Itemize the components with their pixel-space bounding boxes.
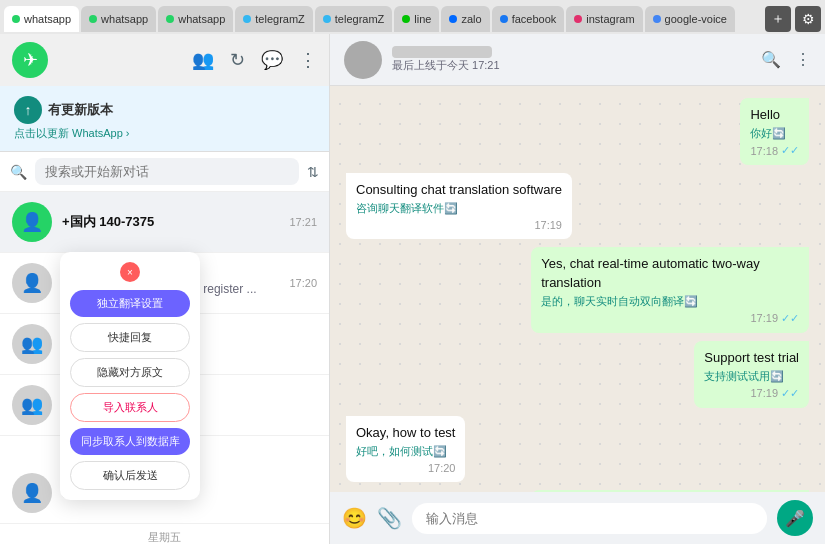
quick-reply-button[interactable]: 快捷回复 (70, 323, 190, 352)
tab-label: whatsapp (24, 13, 71, 25)
chat-name: +国内 140-7375 (62, 213, 279, 231)
message-text: Okay, how to test (356, 424, 455, 442)
chat-list: 👤 +国内 140-7375 17:21 × 独立翻译设置 快捷回复 隐藏对方原… (0, 192, 329, 544)
message-row: Hello 你好🔄 17:18 ✓✓ (346, 98, 809, 165)
update-subtitle[interactable]: 点击以更新 WhatsApp › (14, 126, 315, 141)
chat-time: 17:20 (289, 277, 317, 289)
message-row: Yes, chat real-time automatic two-way tr… (346, 247, 809, 332)
hide-original-button[interactable]: 隐藏对方原文 (70, 358, 190, 387)
chat-input-bar: 😊 📎 🎤 (330, 492, 825, 544)
chat-icon[interactable]: 💬 (261, 49, 283, 71)
message-row: Consulting chat translation software 咨询聊… (346, 173, 809, 239)
message-bubble: Support test trial 支持测试试用🔄 17:19 ✓✓ (694, 341, 809, 408)
message-bubble: Yes, chat real-time automatic two-way tr… (531, 247, 809, 332)
message-time: 17:20 (428, 462, 456, 474)
tab-facebook[interactable]: facebook (492, 6, 565, 32)
message-text: Yes, chat real-time automatic two-way tr… (541, 255, 799, 291)
chat-header-actions: 🔍 ⋮ (761, 50, 811, 69)
avatar: 👥 (12, 324, 52, 364)
message-time-row: 17:19 (356, 219, 562, 231)
message-time: 17:18 (750, 145, 778, 157)
tab-label: google-voice (665, 13, 727, 25)
search-icon: 🔍 (10, 164, 27, 180)
chat-header: 最后上线于今天 17:21 🔍 ⋮ (330, 34, 825, 86)
tab-label: telegramZ (255, 13, 305, 25)
message-text: Support test trial (704, 349, 799, 367)
attach-button[interactable]: 📎 (377, 506, 402, 530)
update-bar[interactable]: ↑ 有更新版本 点击以更新 WhatsApp › (0, 86, 329, 152)
message-translated: 是的，聊天实时自动双向翻译🔄 (541, 294, 799, 309)
message-row: Support test trial 支持测试试用🔄 17:19 ✓✓ (346, 341, 809, 408)
message-bubble: Okay, how to test 好吧，如何测试🔄 17:20 (346, 416, 465, 482)
message-row: Okay, how to test 好吧，如何测试🔄 17:20 (346, 416, 809, 482)
tab-line[interactable]: line (394, 6, 439, 32)
import-contacts-button[interactable]: 导入联系人 (70, 393, 190, 422)
context-menu-close-button[interactable]: × (120, 262, 140, 282)
search-bar: 🔍 ⇅ (0, 152, 329, 192)
message-time: 17:19 (750, 387, 778, 399)
update-icon: ↑ (14, 96, 42, 124)
translate-settings-button[interactable]: 独立翻译设置 (70, 290, 190, 317)
more-icon[interactable]: ⋮ (299, 49, 317, 71)
messages-area: Hello 你好🔄 17:18 ✓✓ Consulting chat trans… (330, 86, 825, 492)
mic-button[interactable]: 🎤 (777, 500, 813, 536)
message-translated: 咨询聊天翻译软件🔄 (356, 201, 562, 216)
tab-label: line (414, 13, 431, 25)
add-tab-button[interactable]: ＋ (765, 6, 791, 32)
filter-icon[interactable]: ⇅ (307, 164, 319, 180)
sync-contacts-button[interactable]: 同步取系人到数据库 (70, 428, 190, 455)
tab-telegramz-1[interactable]: telegramZ (235, 6, 313, 32)
message-translated: 好吧，如何测试🔄 (356, 444, 455, 459)
tab-label: facebook (512, 13, 557, 25)
message-translated: 支持测试试用🔄 (704, 369, 799, 384)
contact-avatar (344, 41, 382, 79)
message-bubble: Download software on the official websit… (531, 490, 809, 492)
sidebar-header-icons: 👥 ↻ 💬 ⋮ (192, 49, 317, 71)
message-bubble: Hello 你好🔄 17:18 ✓✓ (740, 98, 809, 165)
tab-bar-actions: ＋ ⚙ (765, 6, 821, 32)
message-time: 17:19 (534, 219, 562, 231)
settings-button[interactable]: ⚙ (795, 6, 821, 32)
message-ticks: ✓✓ (781, 387, 799, 400)
search-icon[interactable]: 🔍 (761, 50, 781, 69)
search-input[interactable] (35, 158, 299, 185)
community-icon[interactable]: 👥 (192, 49, 214, 71)
tab-instagram[interactable]: instagram (566, 6, 642, 32)
avatar: 👤 (12, 473, 52, 513)
context-menu: × 独立翻译设置 快捷回复 隐藏对方原文 导入联系人 同步取系人到数据库 确认后… (60, 252, 200, 500)
tab-zalo[interactable]: zalo (441, 6, 489, 32)
message-text: Consulting chat translation software (356, 181, 562, 199)
confirm-send-button[interactable]: 确认后发送 (70, 461, 190, 490)
tab-label: zalo (461, 13, 481, 25)
chat-info: +国内 140-7375 (62, 213, 279, 231)
message-ticks: ✓✓ (781, 312, 799, 325)
tab-whatsapp-2[interactable]: whatsapp (81, 6, 156, 32)
more-icon[interactable]: ⋮ (795, 50, 811, 69)
tab-whatsapp-1[interactable]: whatsapp (4, 6, 79, 32)
message-time-row: 17:19 ✓✓ (704, 387, 799, 400)
tab-telegramz-2[interactable]: telegramZ (315, 6, 393, 32)
avatar: 👤 (12, 202, 52, 242)
tab-label: instagram (586, 13, 634, 25)
message-translated: 你好🔄 (750, 126, 799, 141)
date-divider: 星期五 (0, 524, 329, 544)
emoji-button[interactable]: 😊 (342, 506, 367, 530)
contact-status: 最后上线于今天 17:21 (392, 58, 751, 73)
message-input[interactable] (412, 503, 767, 534)
message-ticks: ✓✓ (781, 144, 799, 157)
tab-label: whatsapp (101, 13, 148, 25)
whatsapp-logo: ✈ (12, 42, 48, 78)
tab-label: whatsapp (178, 13, 225, 25)
tab-label: telegramZ (335, 13, 385, 25)
main-container: ✈ 👥 ↻ 💬 ⋮ ↑ 有更新版本 点击以更新 WhatsApp › 🔍 ⇅ (0, 34, 825, 544)
tab-whatsapp-3[interactable]: whatsapp (158, 6, 233, 32)
contact-name (392, 46, 492, 58)
chat-item-active[interactable]: 👤 +国内 140-7375 17:21 × 独立翻译设置 快捷回复 隐藏对方原… (0, 192, 329, 253)
refresh-icon[interactable]: ↻ (230, 49, 245, 71)
tab-google-voice[interactable]: google-voice (645, 6, 735, 32)
update-title: ↑ 有更新版本 (14, 96, 315, 124)
avatar: 👥 (12, 385, 52, 425)
chat-time: 17:21 (289, 216, 317, 228)
message-time-row: 17:20 (356, 462, 455, 474)
whatsapp-sidebar: ✈ 👥 ↻ 💬 ⋮ ↑ 有更新版本 点击以更新 WhatsApp › 🔍 ⇅ (0, 34, 330, 544)
